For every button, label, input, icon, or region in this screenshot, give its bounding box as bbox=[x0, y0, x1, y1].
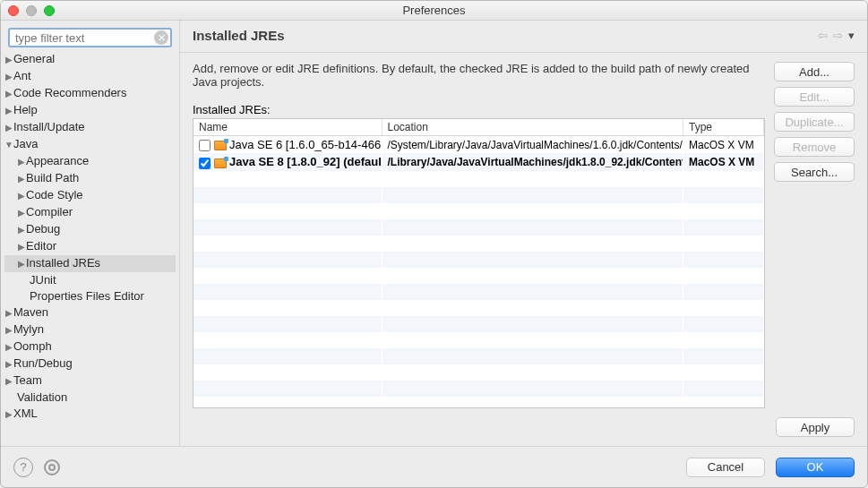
progress-icon[interactable] bbox=[44, 459, 60, 475]
col-type[interactable]: Type bbox=[683, 119, 764, 136]
table-row-empty bbox=[193, 268, 764, 284]
nav-back-icon[interactable]: ⇦ bbox=[818, 29, 828, 42]
remove-button[interactable]: Remove bbox=[774, 137, 855, 157]
tree-item-ant[interactable]: ▶Ant bbox=[4, 68, 176, 85]
expand-icon[interactable]: ▶ bbox=[17, 205, 26, 221]
zoom-window-button[interactable] bbox=[44, 5, 55, 16]
minimize-window-button[interactable] bbox=[26, 5, 37, 16]
filter-input[interactable] bbox=[8, 28, 172, 47]
table-row-empty bbox=[193, 203, 764, 219]
expand-icon[interactable]: ▶ bbox=[4, 52, 13, 68]
expand-icon[interactable]: ▶ bbox=[17, 188, 26, 204]
preferences-tree: ▶General ▶Ant ▶Code Recommenders ▶Help ▶… bbox=[4, 51, 176, 423]
tree-item-debug[interactable]: ▶Debug bbox=[4, 221, 176, 238]
tree-item-coderecommenders[interactable]: ▶Code Recommenders bbox=[4, 85, 176, 102]
expand-icon[interactable]: ▶ bbox=[4, 373, 13, 390]
expand-icon[interactable]: ▶ bbox=[4, 69, 13, 85]
table-label: Installed JREs: bbox=[193, 103, 765, 116]
jre-type: MacOS X VM bbox=[683, 136, 764, 154]
table-row-empty bbox=[193, 187, 764, 203]
expand-icon[interactable]: ▶ bbox=[4, 103, 13, 119]
table-row-empty bbox=[193, 348, 764, 364]
expand-icon[interactable]: ▶ bbox=[17, 222, 26, 238]
expand-icon[interactable]: ▶ bbox=[4, 322, 13, 338]
tree-item-rundebug[interactable]: ▶Run/Debug bbox=[4, 355, 176, 372]
expand-icon[interactable]: ▶ bbox=[4, 120, 13, 136]
preferences-sidebar: ✕ ▶General ▶Ant ▶Code Recommenders ▶Help… bbox=[1, 21, 180, 446]
tree-item-installupdate[interactable]: ▶Install/Update bbox=[4, 119, 176, 136]
table-row-empty bbox=[193, 284, 764, 300]
expand-icon[interactable]: ▶ bbox=[17, 256, 26, 272]
tree-item-buildpath[interactable]: ▶Build Path bbox=[4, 170, 176, 187]
jre-location: /System/Library/Java/JavaVirtualMachines… bbox=[382, 136, 683, 154]
cancel-button[interactable]: Cancel bbox=[686, 458, 765, 477]
expand-icon[interactable]: ▶ bbox=[4, 356, 13, 372]
expand-icon[interactable]: ▶ bbox=[4, 339, 13, 355]
page-title: Installed JREs bbox=[193, 28, 285, 43]
preferences-page: Installed JREs ⇦ ⇨ ▾ Add, remove or edit… bbox=[180, 21, 867, 446]
tree-item-team[interactable]: ▶Team bbox=[4, 372, 176, 390]
table-header-row: Name Location Type bbox=[193, 119, 764, 136]
tree-item-maven[interactable]: ▶Maven bbox=[4, 304, 176, 321]
col-name[interactable]: Name bbox=[193, 119, 382, 136]
jre-checkbox[interactable] bbox=[199, 158, 211, 169]
help-icon[interactable]: ? bbox=[13, 458, 33, 477]
tree-item-compiler[interactable]: ▶Compiler bbox=[4, 204, 176, 221]
expand-icon[interactable]: ▶ bbox=[17, 171, 26, 187]
tree-item-oomph[interactable]: ▶Oomph bbox=[4, 338, 176, 355]
add-button[interactable]: Add... bbox=[774, 62, 855, 81]
table-row-empty bbox=[193, 381, 764, 397]
tree-item-validation[interactable]: Validation bbox=[4, 390, 176, 406]
table-row-empty bbox=[193, 332, 764, 348]
nav-forward-icon[interactable]: ⇨ bbox=[833, 29, 843, 42]
table-row[interactable]: Java SE 6 [1.6.0_65-b14-466.1]/System/Li… bbox=[193, 136, 764, 154]
table-row[interactable]: Java SE 8 [1.8.0_92] (default)/Library/J… bbox=[193, 153, 764, 170]
jre-name: Java SE 8 [1.8.0_92] (default) bbox=[229, 155, 382, 168]
collapse-icon[interactable]: ▼ bbox=[4, 137, 13, 153]
table-row-empty bbox=[193, 252, 764, 268]
tree-item-editor[interactable]: ▶Editor bbox=[4, 238, 176, 255]
dialog-footer: ? Cancel OK bbox=[1, 446, 867, 487]
table-row-empty bbox=[193, 235, 764, 252]
jre-location: /Library/Java/JavaVirtualMachines/jdk1.8… bbox=[382, 153, 683, 170]
col-location[interactable]: Location bbox=[382, 119, 683, 136]
apply-button[interactable]: Apply bbox=[776, 417, 855, 437]
jre-checkbox[interactable] bbox=[199, 140, 211, 151]
clear-filter-icon[interactable]: ✕ bbox=[154, 30, 168, 45]
jre-type: MacOS X VM bbox=[683, 153, 764, 170]
menu-dropdown-icon[interactable]: ▾ bbox=[848, 29, 855, 42]
window-title: Preferences bbox=[1, 4, 867, 17]
expand-icon[interactable]: ▶ bbox=[4, 86, 13, 102]
tree-item-appearance[interactable]: ▶Appearance bbox=[4, 153, 176, 170]
jre-icon bbox=[214, 141, 227, 150]
jre-icon bbox=[214, 158, 227, 168]
expand-icon[interactable]: ▶ bbox=[4, 407, 13, 423]
edit-button[interactable]: Edit... bbox=[774, 87, 855, 107]
table-row-empty bbox=[193, 171, 764, 187]
table-row-empty bbox=[193, 316, 764, 332]
tree-item-codestyle[interactable]: ▶Code Style bbox=[4, 187, 176, 204]
duplicate-button[interactable]: Duplicate... bbox=[774, 112, 855, 132]
expand-icon[interactable]: ▶ bbox=[17, 239, 26, 255]
table-row-empty bbox=[193, 300, 764, 316]
traffic-lights bbox=[8, 5, 55, 16]
close-window-button[interactable] bbox=[8, 5, 19, 16]
expand-icon[interactable]: ▶ bbox=[17, 154, 26, 170]
tree-item-propfiles[interactable]: Properties Files Editor bbox=[4, 288, 176, 304]
tree-item-mylyn[interactable]: ▶Mylyn bbox=[4, 321, 176, 338]
page-description: Add, remove or edit JRE definitions. By … bbox=[193, 62, 765, 89]
ok-button[interactable]: OK bbox=[776, 458, 855, 477]
table-row-empty bbox=[193, 397, 764, 408]
tree-item-installedjres[interactable]: ▶Installed JREs bbox=[4, 255, 176, 272]
jre-name: Java SE 6 [1.6.0_65-b14-466.1] bbox=[229, 138, 382, 151]
tree-item-junit[interactable]: JUnit bbox=[4, 272, 176, 288]
tree-item-help[interactable]: ▶Help bbox=[4, 102, 176, 119]
jre-table[interactable]: Name Location Type Java SE 6 [1.6.0_65-b… bbox=[193, 118, 765, 408]
tree-item-java[interactable]: ▼Java bbox=[4, 136, 176, 153]
expand-icon[interactable]: ▶ bbox=[4, 305, 13, 321]
table-row-empty bbox=[193, 364, 764, 381]
tree-item-general[interactable]: ▶General bbox=[4, 51, 176, 68]
search-button[interactable]: Search... bbox=[774, 162, 855, 182]
tree-item-xml[interactable]: ▶XML bbox=[4, 406, 176, 423]
table-row-empty bbox=[193, 219, 764, 235]
